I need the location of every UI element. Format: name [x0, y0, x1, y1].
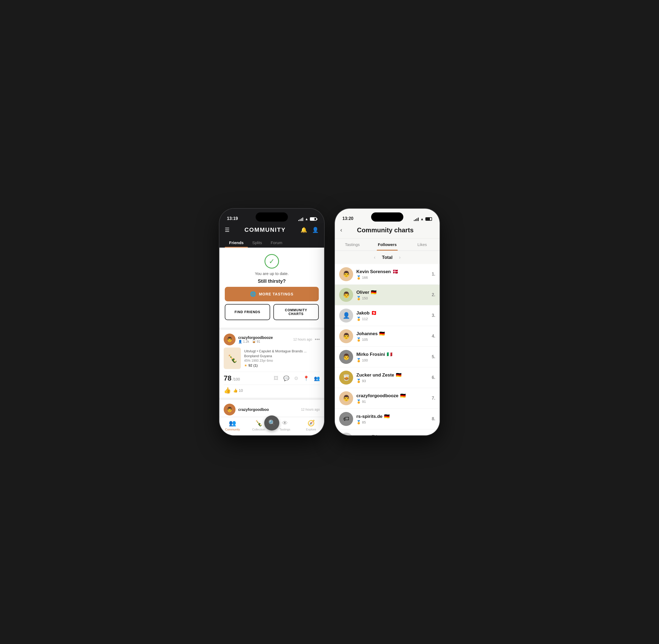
user-avatar-1[interactable]: 👨	[224, 334, 235, 345]
whisky-location-1: Bonpland Guyana	[244, 354, 307, 358]
star-icon-1: ★	[244, 363, 247, 367]
bell-icon[interactable]: 🔔	[300, 227, 307, 233]
chart-user-info-4: Johannes 🇩🇪 🏅105	[356, 331, 429, 342]
charts-header: ‹ Community charts	[335, 223, 439, 238]
user-avatar-2[interactable]: 👨	[224, 404, 235, 415]
chart-username-5: Mirko Frosini 🇮🇹	[356, 351, 429, 357]
battery-icon-1	[310, 217, 317, 221]
chart-user-info-6: Zucker und Zeste 🇩🇪 🏅93	[356, 372, 429, 383]
flag-icon-1: 🇩🇪	[371, 290, 377, 295]
chart-user-info-2: Oliver 🇩🇪 🏅150	[356, 290, 429, 300]
chart-rank-1: 1.	[432, 272, 435, 277]
bottom-nav-1: 👥 Community 🍾 Collection 🔍 👁 Tastings 🧭 …	[220, 417, 324, 435]
chart-followers-3: 🏅112	[356, 317, 429, 321]
tastings-stat-1: 🥃 91	[252, 340, 260, 344]
charts-tab-tastings[interactable]: Tastings	[335, 238, 370, 251]
up-to-date-section: ✓ You are up to date. Still thirsty? 🌐 M…	[220, 248, 324, 328]
chart-username-7: crazyforgoodbooze 🇩🇪	[356, 393, 429, 398]
screen-1: ☰ COMMUNITY 🔔 👤 Friends Splits Forum ✓	[220, 223, 324, 435]
tab-forum[interactable]: Forum	[266, 238, 287, 248]
chart-rank-8: 8.	[432, 416, 435, 421]
score-display-1: 78 /100	[224, 374, 240, 383]
up-to-date-text: You are up to date.	[255, 271, 289, 276]
settings-icon-1[interactable]: ⚙	[294, 375, 298, 381]
tab-splits[interactable]: Splits	[248, 238, 266, 248]
like-button-1[interactable]: 👍	[224, 387, 231, 394]
phone-community: 13:19 ▲ ☰ COMMUNITY 🔔 👤 Friends	[220, 209, 324, 435]
score-icons-1: 🖼 💬 ⚙ 📍 👥	[274, 375, 320, 381]
chart-rank-5: 5.	[432, 354, 435, 359]
community-header: ☰ COMMUNITY 🔔 👤	[220, 223, 324, 238]
more-tastings-button[interactable]: 🌐 MORE TASTINGS	[225, 287, 319, 301]
globe-icon: 🌐	[250, 291, 256, 297]
menu-icon[interactable]: ☰	[225, 227, 230, 233]
charts-tab-likes[interactable]: Likes	[405, 238, 439, 251]
score-row-1: 78 /100 🖼 💬 ⚙ 📍 👥	[224, 372, 320, 385]
star-rating-1: ★ 92 (1)	[244, 363, 307, 367]
period-next-button[interactable]: ›	[399, 255, 401, 260]
chart-row-3[interactable]: 👤 Jakob 🇨🇭 🏅112 3.	[335, 305, 439, 326]
chart-row-1[interactable]: 👨 Kevin Sorensen 🇩🇰 🏅166 1.	[335, 264, 439, 285]
back-button[interactable]: ‹	[340, 227, 342, 234]
chart-row-6[interactable]: 🥃 Zucker und Zeste 🇩🇪 🏅93 6.	[335, 367, 439, 388]
charts-tab-followers[interactable]: Followers	[370, 238, 405, 251]
chart-user-info-9: mto75 🇩🇪 🏅77	[356, 434, 429, 435]
community-charts-button[interactable]: COMMUNITY CHARTS	[273, 304, 319, 320]
whisky-details-1: Uitvlugt • Capulet & Montague Brands ...…	[244, 347, 307, 369]
nav-tastings[interactable]: 👁 Tastings	[277, 420, 293, 431]
chart-user-info-1: Kevin Sorensen 🇩🇰 🏅166	[356, 269, 429, 280]
chart-username-2: Oliver 🇩🇪	[356, 290, 429, 295]
user-info-2: crazyforgoodboo	[238, 407, 269, 412]
score-denom-1: /100	[232, 377, 240, 381]
nav-community[interactable]: 👥 Community	[225, 420, 241, 431]
whisky-name-1: Uitvlugt • Capulet & Montague Brands ...	[244, 349, 307, 353]
flag-icon-0: 🇩🇰	[393, 269, 398, 274]
action-buttons: FIND FRIENDS COMMUNITY CHARTS	[225, 304, 319, 321]
chart-rank-7: 7.	[432, 396, 435, 401]
still-thirsty-text: Still thirsty?	[258, 278, 286, 284]
chart-rank-6: 6.	[432, 375, 435, 380]
wifi-icon-1: ▲	[305, 217, 308, 221]
chart-row-9[interactable]: 👨 mto75 🇩🇪 🏅77 9.	[335, 430, 439, 435]
comment-icon-1[interactable]: 💬	[283, 375, 289, 381]
chart-username-6: Zucker und Zeste 🇩🇪	[356, 372, 429, 378]
chart-user-info-8: rs-spirits.de 🇩🇪 🏅85	[356, 414, 429, 424]
nav-explore[interactable]: 🧭 Explore	[303, 420, 319, 431]
battery-icon-2	[425, 217, 432, 221]
chart-avatar-3: 👤	[339, 308, 353, 323]
flag-icon-2: 🇨🇭	[371, 310, 377, 316]
chart-username-4: Johannes 🇩🇪	[356, 331, 429, 337]
flag-icon-8: 🇩🇪	[371, 434, 377, 435]
signal-icon-2	[414, 217, 419, 221]
tab-friends[interactable]: Friends	[225, 238, 248, 248]
profile-icon[interactable]: 👤	[312, 227, 319, 233]
chart-user-info-5: Mirko Frosini 🇮🇹 🏅100	[356, 351, 429, 362]
score-value-1: 78	[224, 374, 231, 382]
search-fab[interactable]: 🔍	[264, 415, 279, 431]
chart-avatar-8: 🏷	[339, 412, 353, 426]
chart-row-8[interactable]: 🏷 rs-spirits.de 🇩🇪 🏅85 8.	[335, 409, 439, 430]
chart-avatar-6: 🥃	[339, 371, 353, 385]
user-stats-1: 👤 1.2k 🥃 91	[238, 340, 273, 344]
timestamp-2: 12 hours ago	[301, 408, 320, 411]
chart-row-7[interactable]: 👨 crazyforgoodbooze 🇩🇪 🏅91 7.	[335, 388, 439, 409]
chart-followers-4: 🏅105	[356, 337, 429, 342]
chart-row-4[interactable]: 👨 Johannes 🇩🇪 🏅105 4.	[335, 326, 439, 347]
image-icon-1[interactable]: 🖼	[274, 375, 278, 381]
period-prev-button[interactable]: ‹	[374, 255, 376, 260]
feed-card-1: 👨 crazyforgoodbooze 👤 1.2k 🥃 91	[220, 330, 324, 398]
collection-nav-icon: 🍾	[255, 420, 263, 427]
share-icon-1[interactable]: 👥	[314, 375, 320, 381]
chart-username-8: rs-spirits.de 🇩🇪	[356, 414, 429, 419]
more-dots-1[interactable]: •••	[315, 337, 320, 342]
chart-row-2[interactable]: 👨 Oliver 🇩🇪 🏅150 2.	[335, 285, 439, 305]
find-friends-button[interactable]: FIND FRIENDS	[225, 304, 270, 320]
charts-period: ‹ Total ›	[335, 251, 439, 264]
location-icon-1[interactable]: 📍	[303, 375, 309, 381]
flag-icon-6: 🇩🇪	[400, 393, 406, 398]
chart-followers-7: 🏅91	[356, 399, 429, 404]
username-2[interactable]: crazyforgoodboo	[238, 407, 269, 412]
username-1[interactable]: crazyforgoodbooze	[238, 336, 273, 340]
dynamic-island	[256, 212, 288, 222]
chart-row-5[interactable]: 👨 Mirko Frosini 🇮🇹 🏅100 5.	[335, 347, 439, 367]
